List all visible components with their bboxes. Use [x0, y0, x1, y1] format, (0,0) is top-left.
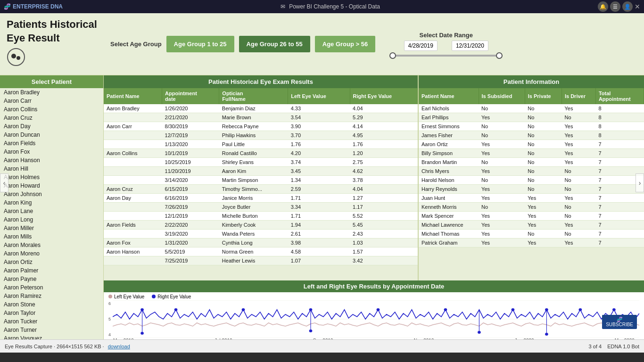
- nav-right-arrow[interactable]: ›: [636, 173, 644, 192]
- table-row[interactable]: Kenneth MorrisNoYesNo7: [419, 202, 644, 211]
- table-row[interactable]: Aaron OrtizYesNoYes7: [419, 140, 644, 148]
- table-row[interactable]: Michael LawrenceYesYesYes7: [419, 220, 644, 229]
- table-row[interactable]: 1/13/2020Paul Little1.761.76: [104, 140, 418, 148]
- bell-icon[interactable]: 🔔: [598, 1, 608, 12]
- sidebar-patient-item[interactable]: Aaron Carr: [0, 97, 103, 105]
- exam-results-table-wrapper[interactable]: Patient Name Appointmentdate OpticianFul…: [104, 88, 418, 280]
- table-row[interactable]: 7/26/2019Joyce Butler3.341.17: [104, 202, 418, 211]
- sidebar-patient-item[interactable]: Aaron Moreno: [0, 249, 103, 258]
- pi-col-total[interactable]: TotalAppointment: [595, 88, 644, 104]
- sidebar-patient-item[interactable]: Aaron Collins: [0, 105, 103, 114]
- sidebar-patient-item[interactable]: Aaron Ramirez: [0, 292, 103, 300]
- sidebar-patient-item[interactable]: Aaron Johnson: [0, 190, 103, 198]
- sidebar-patient-item[interactable]: Aaron Taylor: [0, 309, 103, 317]
- table-row[interactable]: Aaron Fields2/22/2020Kimberly Cook1.945.…: [104, 220, 418, 229]
- slider-right-thumb[interactable]: [496, 52, 503, 59]
- age-group-1-25-button[interactable]: Age Group 1 to 25: [166, 36, 234, 52]
- pi-col-private[interactable]: Is Private: [525, 88, 561, 104]
- svg-point-1: [11, 54, 16, 58]
- table-row[interactable]: 11/20/2019Aaron Kim3.454.62: [104, 166, 418, 175]
- col-appt-date[interactable]: Appointmentdate: [162, 88, 219, 104]
- table-row[interactable]: Brandon MartinNoNoYes7: [419, 157, 644, 166]
- close-button[interactable]: ✕: [635, 3, 640, 10]
- col-patient-name[interactable]: Patient Name: [104, 88, 162, 104]
- table-row[interactable]: Billy SimpsonYesNoYes7: [419, 148, 644, 157]
- table-row[interactable]: Aaron Collins10/1/2019Ronald Castillo4.2…: [104, 148, 418, 157]
- sidebar-patient-item[interactable]: Aaron Fox: [0, 148, 103, 156]
- subscribe-button[interactable]: 🧬SUBSCRIBE: [602, 315, 637, 329]
- sidebar-patient-item[interactable]: Aaron Ortiz: [0, 258, 103, 266]
- age-group-56-button[interactable]: Age Group > 56: [315, 36, 375, 52]
- table-row[interactable]: 3/19/2020Wanda Peters2.612.43: [104, 229, 418, 238]
- sidebar-patient-item[interactable]: Aaron Cruz: [0, 114, 103, 122]
- sidebar-patient-item[interactable]: Aaron Bradley: [0, 88, 103, 97]
- patient-info-section: Patient Information Patient Name Is Subs…: [418, 75, 644, 280]
- table-cell: 1.34: [288, 175, 350, 184]
- sidebar-patient-item[interactable]: Aaron King: [0, 198, 103, 207]
- sidebar-patient-item[interactable]: Aaron Duncan: [0, 131, 103, 139]
- sidebar-patient-item[interactable]: Aaron Hanson: [0, 156, 103, 165]
- table-row[interactable]: Earl PhillipsYesNoNo8: [419, 113, 644, 122]
- sidebar-patient-item[interactable]: Aaron Day: [0, 122, 103, 131]
- sidebar-patient-item[interactable]: Aaron Hill: [0, 165, 103, 173]
- sidebar-patient-item[interactable]: Aaron Turner: [0, 326, 103, 334]
- sidebar-patient-item[interactable]: Aaron Lane: [0, 207, 103, 215]
- sidebar-patient-item[interactable]: Aaron Payne: [0, 275, 103, 283]
- table-row[interactable]: 7/25/2019Heather Lewis1.073.42: [104, 256, 418, 265]
- table-row[interactable]: 2/21/2020Marie Brown3.545.29: [104, 113, 418, 122]
- table-row[interactable]: 10/25/2019Shirley Evans3.742.75: [104, 157, 418, 166]
- pi-col-subsidied[interactable]: Is Subsidied: [479, 88, 525, 104]
- table-row[interactable]: Aaron Carr8/30/2019Rebecca Payne3.904.14: [104, 122, 418, 131]
- table-cell: Yes: [479, 220, 525, 229]
- patient-info-table-wrapper[interactable]: Patient Name Is Subsidied Is Private Is …: [419, 88, 644, 280]
- menu-icon[interactable]: ☰: [610, 1, 620, 12]
- table-row[interactable]: Ernest SimmonsNoNoYes8: [419, 122, 644, 131]
- table-cell: Yes: [561, 238, 595, 247]
- table-cell: 6/15/2019: [162, 184, 219, 193]
- title-right-controls[interactable]: 🔔 ☰ 👤 ✕: [598, 1, 640, 12]
- table-row[interactable]: Aaron Hanson5/5/2019Norma Green4.581.57: [104, 247, 418, 256]
- sidebar-patient-item[interactable]: Aaron Tucker: [0, 317, 103, 326]
- col-left-eye[interactable]: Left Eye Value: [288, 88, 350, 104]
- table-row[interactable]: Aaron Bradley1/26/2020Benjamin Diaz4.334…: [104, 104, 418, 113]
- age-group-26-55-button[interactable]: Age Group 26 to 55: [239, 36, 310, 52]
- table-row[interactable]: Patrick GrahamYesYesYes7: [419, 238, 644, 247]
- sidebar-patient-item[interactable]: Aaron Stone: [0, 300, 103, 309]
- pi-col-name[interactable]: Patient Name: [419, 88, 479, 104]
- table-cell: No: [525, 157, 561, 166]
- slider-left-thumb[interactable]: [389, 52, 396, 59]
- user-icon[interactable]: 👤: [622, 1, 633, 12]
- table-row[interactable]: Chris MyersYesNoNo7: [419, 166, 644, 175]
- col-right-eye[interactable]: Right Eye Value: [350, 88, 417, 104]
- table-row[interactable]: Aaron Fox1/31/2020Cynthia Long3.981.03: [104, 238, 418, 247]
- table-row[interactable]: Harold NelsonNoNoNo7: [419, 175, 644, 184]
- table-row[interactable]: Aaron Cruz6/15/2019Timothy Simmo...2.594…: [104, 184, 418, 193]
- sidebar-patient-item[interactable]: Aaron Mills: [0, 232, 103, 241]
- table-row[interactable]: Aaron Day6/16/2019Janice Morris1.711.27: [104, 193, 418, 202]
- sidebar-patient-item[interactable]: Aaron Morales: [0, 241, 103, 249]
- table-row[interactable]: Earl NicholsNoNoYes8: [419, 104, 644, 113]
- sidebar-patient-item[interactable]: Aaron Miller: [0, 224, 103, 232]
- col-optician[interactable]: OpticianFullName: [219, 88, 288, 104]
- table-row[interactable]: 12/7/2019Philip Hawkins3.704.95: [104, 131, 418, 140]
- pi-col-driver[interactable]: Is Driver: [561, 88, 595, 104]
- sidebar-patient-item[interactable]: Aaron Palmer: [0, 266, 103, 275]
- table-row[interactable]: 12/1/2019Michelle Burton1.715.52: [104, 211, 418, 220]
- table-cell: Michelle Burton: [219, 211, 288, 220]
- table-row[interactable]: Juan HuntYesYesYes7: [419, 193, 644, 202]
- table-row[interactable]: James FisherNoNoYes8: [419, 131, 644, 140]
- table-row[interactable]: Michael ThomasYesNoNo7: [419, 229, 644, 238]
- download-link[interactable]: download: [108, 344, 130, 349]
- table-cell: [104, 256, 162, 265]
- nav-left-arrow[interactable]: ‹: [0, 173, 8, 192]
- sidebar-patient-item[interactable]: Aaron Holmes: [0, 173, 103, 181]
- date-slider[interactable]: [389, 55, 503, 57]
- table-row[interactable]: Harry ReynoldsYesNoNo7: [419, 184, 644, 193]
- sidebar-patient-item[interactable]: Aaron Fields: [0, 139, 103, 148]
- sidebar-patient-item[interactable]: Aaron Peterson: [0, 283, 103, 292]
- table-row[interactable]: 3/14/2020Martin Simpson1.343.78: [104, 175, 418, 184]
- sidebar-patient-item[interactable]: Aaron Long: [0, 215, 103, 224]
- table-row[interactable]: Mark SpencerYesYesNo7: [419, 211, 644, 220]
- table-cell: Yes: [561, 122, 595, 131]
- sidebar-patient-item[interactable]: Aaron Howard: [0, 181, 103, 190]
